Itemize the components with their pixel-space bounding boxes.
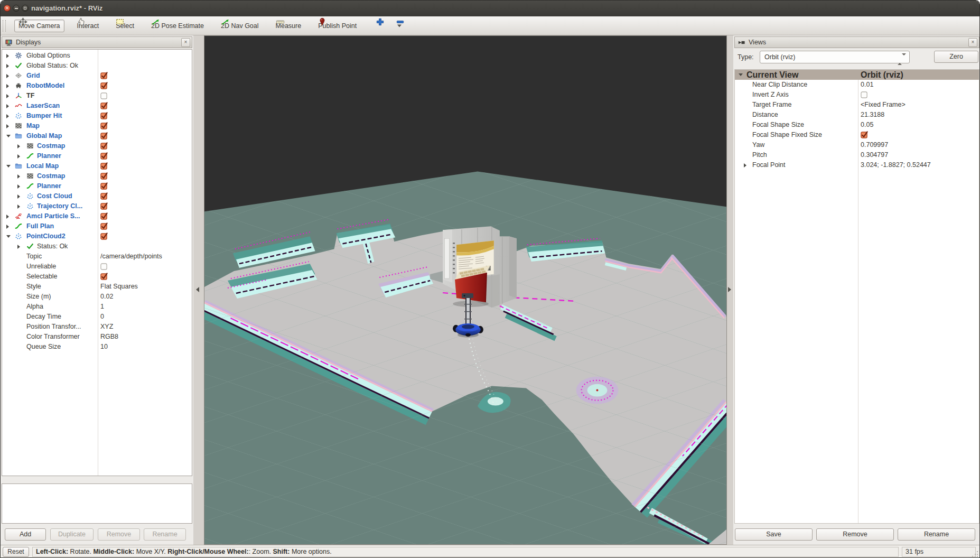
checkbox-on[interactable] [100,182,108,190]
checkbox-off[interactable] [100,92,108,99]
collapse-left-arrow-icon[interactable] [196,287,199,292]
add-tool-button[interactable] [374,23,378,29]
spinner-arrows-icon[interactable] [898,53,906,65]
property-value[interactable]: 10 [100,342,108,352]
checkbox-on[interactable] [100,72,108,79]
tool-2d-nav-goal[interactable]: 2D Nav Goal [217,20,263,32]
tree-row-local-map[interactable]: Local Map [2,161,192,171]
tree-row-global-status-ok[interactable]: Global Status: Ok [2,61,192,71]
tool-measure[interactable]: Measure [272,20,306,32]
current-view-header-row[interactable]: Current View Orbit (rviz) [735,70,979,80]
property-value[interactable]: RGB8 [100,332,118,342]
view-prop-focal-shape-size[interactable]: Focal Shape Size0.05 [735,120,979,130]
views-panel-header[interactable]: Views × [734,36,979,48]
chevron-right-icon[interactable] [6,94,9,98]
view-prop-value[interactable]: <Fixed Frame> [861,100,906,110]
checkbox-on[interactable] [100,192,108,200]
zero-button[interactable]: Zero [934,51,978,63]
checkbox-on[interactable] [100,172,108,180]
chevron-right-icon[interactable] [6,64,9,68]
checkbox-on[interactable] [100,162,108,170]
checkbox-on[interactable] [100,222,108,230]
tree-row-position-transfor[interactable]: Position Transfor...XYZ [2,322,192,332]
window-maximize-button[interactable] [22,5,29,12]
checkbox-on[interactable] [100,212,108,220]
view-prop-value[interactable]: 0.01 [861,80,873,90]
checkbox-on[interactable] [100,273,108,280]
checkbox-on[interactable] [100,132,108,140]
tree-row-size-m[interactable]: Size (m)0.02 [2,292,192,302]
tree-row-cost-cloud[interactable]: Cost Cloud [2,191,192,201]
rename-views-button[interactable]: Rename [898,528,975,541]
tree-row-costmap[interactable]: Costmap [2,171,192,181]
property-value[interactable]: 0.02 [100,292,113,302]
tree-row-robotmodel[interactable]: RobotModel [2,81,192,91]
chevron-right-icon[interactable] [6,104,9,108]
tree-row-tf[interactable]: TF [2,91,192,101]
collapse-right-arrow-icon[interactable] [728,287,731,292]
view-type-select[interactable]: Orbit (rviz) [760,51,910,63]
reset-button[interactable]: Reset [3,547,29,557]
view-prop-near-clip-distance[interactable]: Near Clip Distance0.01 [735,80,979,90]
tree-row-status-ok[interactable]: Status: Ok [2,241,192,252]
tool-move-camera[interactable]: Move Camera [14,20,64,32]
window-close-button[interactable]: ✕ [4,5,11,12]
views-property-table[interactable]: Current View Orbit (rviz) Near Clip Dist… [734,69,979,524]
add-button[interactable]: Add [5,528,46,541]
chevron-right-icon[interactable] [17,245,20,249]
chevron-right-icon[interactable] [6,124,9,128]
tree-row-costmap[interactable]: Costmap [2,141,192,151]
checkbox-on[interactable] [100,102,108,109]
tree-row-planner[interactable]: Planner [2,151,192,161]
tool-2d-pose-estimate[interactable]: 2D Pose Estimate [147,20,208,32]
titlebar[interactable]: ✕ navigation.rviz* - RViz [1,1,979,17]
right-splitter[interactable] [727,35,733,545]
tree-row-amcl-particle-s[interactable]: Amcl Particle S... [2,211,192,221]
chevron-down-icon[interactable] [6,165,11,168]
checkbox-on[interactable] [100,152,108,160]
view-prop-distance[interactable]: Distance21.3188 [735,110,979,120]
checkbox-on[interactable] [100,112,108,119]
chevron-right-icon[interactable] [6,54,9,58]
chevron-right-icon[interactable] [744,163,746,168]
view-prop-target-frame[interactable]: Target Frame<Fixed Frame> [735,100,979,110]
tree-row-global-map[interactable]: Global Map [2,131,192,141]
save-views-button[interactable]: Save [735,528,813,541]
tree-row-style[interactable]: StyleFlat Squares [2,282,192,292]
chevron-right-icon[interactable] [17,144,20,148]
close-icon[interactable]: × [968,38,977,47]
chevron-right-icon[interactable] [17,184,20,189]
view-prop-pitch[interactable]: Pitch0.304797 [735,150,979,160]
chevron-right-icon[interactable] [6,114,9,118]
tree-row-laserscan[interactable]: LaserScan [2,101,192,111]
view-prop-focal-point[interactable]: Focal Point3.024; -1.8827; 0.52447 [735,160,979,170]
tree-row-planner[interactable]: Planner [2,181,192,191]
view-prop-invert-z-axis[interactable]: Invert Z Axis [735,90,979,100]
view-prop-value[interactable]: 0.709997 [861,140,888,150]
displays-tree[interactable]: Global OptionsGlobal Status: OkGridRobot… [2,49,192,476]
tree-row-trajectory-cl[interactable]: Trajectory Cl... [2,201,192,211]
chevron-right-icon[interactable] [17,174,20,179]
tree-row-queue-size[interactable]: Queue Size10 [2,342,192,352]
tree-row-unreliable[interactable]: Unreliable [2,262,192,272]
chevron-right-icon[interactable] [6,74,9,78]
view-prop-value[interactable]: 0.304797 [861,150,888,160]
view-prop-yaw[interactable]: Yaw0.709997 [735,140,979,150]
tree-row-bumper-hit[interactable]: Bumper Hit [2,111,192,121]
close-icon[interactable]: × [181,38,190,47]
remove-tool-button[interactable] [394,22,404,30]
left-splitter[interactable] [193,35,204,545]
checkbox-on[interactable] [100,82,108,89]
tree-row-grid[interactable]: Grid [2,71,192,81]
tree-row-global-options[interactable]: Global Options [2,51,192,61]
tree-row-decay-time[interactable]: Decay Time0 [2,312,192,322]
property-value[interactable]: 0 [100,312,104,322]
view-prop-focal-shape-fixed-size[interactable]: Focal Shape Fixed Size [735,130,979,140]
chevron-right-icon[interactable] [17,194,20,199]
property-value[interactable]: 1 [100,302,104,312]
tool-publish-point[interactable]: Publish Point [314,20,361,32]
tool-interact[interactable]: Interact [73,20,104,32]
chevron-right-icon[interactable] [6,84,9,88]
chevron-down-icon[interactable] [739,73,743,76]
chevron-right-icon[interactable] [6,215,9,219]
